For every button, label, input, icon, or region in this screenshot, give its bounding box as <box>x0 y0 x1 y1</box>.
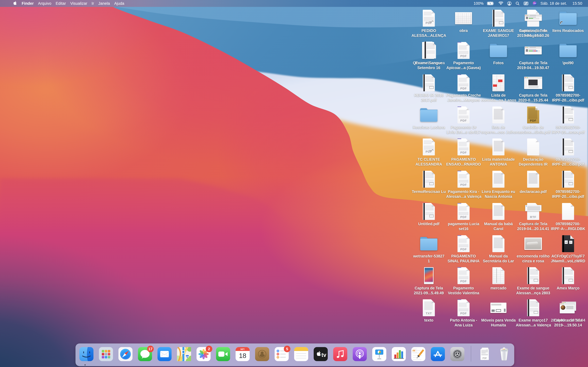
svg-text:tv: tv <box>321 352 326 358</box>
svg-text:“: “ <box>412 348 415 355</box>
svg-text:ZOE: ZOE <box>565 242 567 243</box>
svg-text:ZOE: ZOE <box>570 242 572 242</box>
svg-text:PDF: PDF <box>483 357 487 359</box>
svg-text:SET.: SET. <box>240 348 245 350</box>
svg-text:280: 280 <box>186 356 189 357</box>
svg-text:18: 18 <box>239 352 246 359</box>
